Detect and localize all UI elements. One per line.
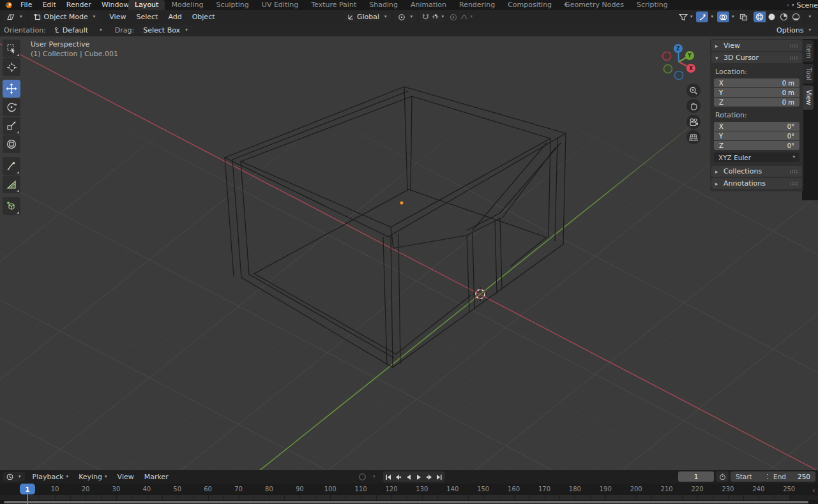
shading-wireframe-button[interactable]	[754, 11, 766, 22]
proportional-edit-icon[interactable]	[447, 11, 459, 22]
workspace-tab-animation[interactable]: Animation	[404, 0, 453, 10]
viewport-menu-select[interactable]: Select	[131, 10, 163, 24]
rotation-z-field[interactable]: Z0°	[714, 141, 799, 150]
tool-cursor[interactable]	[3, 58, 20, 76]
workspace-tab-modeling[interactable]: Modeling	[165, 0, 209, 10]
jump-to-start-button[interactable]	[383, 471, 393, 482]
timeline-menu-playback[interactable]: Playback▾	[27, 470, 74, 484]
auto-keying-toggle[interactable]	[356, 471, 368, 482]
current-frame-field[interactable]: 1	[678, 471, 714, 482]
ruler-frame-label: 160	[508, 485, 520, 493]
scene-selector[interactable]: ▾ Scene	[787, 0, 818, 10]
tool-annotate[interactable]	[3, 157, 20, 175]
tool-rotate[interactable]	[3, 98, 20, 116]
menu-file[interactable]: File	[15, 0, 37, 10]
rotation-y-field[interactable]: Y0°	[714, 131, 799, 140]
menu-edit[interactable]: Edit	[37, 0, 61, 10]
timeline-menu-marker[interactable]: Marker	[139, 470, 174, 484]
chevron-down-icon[interactable]: ▾	[373, 475, 375, 479]
panel-grip-icon[interactable]	[789, 44, 798, 48]
timeline-menu-keying[interactable]: Keying▾	[73, 470, 112, 484]
rotation-axis-label: Y	[719, 133, 723, 140]
tool-measure[interactable]	[3, 175, 20, 193]
play-button[interactable]	[414, 471, 424, 482]
axis-neg-y-ball[interactable]	[664, 65, 672, 73]
drag-setting-dropdown[interactable]: Select Box ▾	[139, 25, 191, 36]
panel-grip-icon[interactable]	[789, 182, 798, 186]
panel-annotations-header[interactable]: ▸ Annotations	[711, 178, 802, 189]
panel-collections-header[interactable]: ▸ Collections	[711, 166, 802, 177]
options-dropdown[interactable]: Options ▾	[773, 25, 815, 36]
viewport-menu-view[interactable]: View	[104, 10, 131, 24]
euler-mode-dropdown[interactable]: XYZ Euler ▾	[714, 152, 799, 162]
shading-material-button[interactable]	[778, 11, 790, 22]
overlays-toggle[interactable]: ▾	[717, 11, 734, 22]
workspace-tab-uv-editing[interactable]: UV Editing	[255, 0, 305, 10]
snap-toggle-magnet-icon[interactable]	[420, 11, 432, 22]
viewport-menu-object[interactable]: Object	[187, 10, 220, 24]
timeline-editor-type-button[interactable]: ▾	[3, 472, 25, 482]
visibility-filter-dropdown[interactable]: ▾	[679, 13, 693, 21]
workspace-tab-shading[interactable]: Shading	[363, 0, 404, 10]
tool-move[interactable]	[3, 80, 20, 98]
mode-dropdown[interactable]: Object Mode ▾	[30, 11, 100, 22]
play-reverse-button[interactable]	[404, 471, 414, 482]
menu-render[interactable]: Render	[61, 0, 96, 10]
orientation-setting-dropdown[interactable]: Default ▾	[50, 25, 106, 36]
tool-scale[interactable]	[3, 117, 20, 135]
add-workspace-button[interactable]: +	[559, 0, 573, 10]
rotation-x-field[interactable]: X0°	[714, 122, 799, 131]
tool-select-box[interactable]	[3, 40, 20, 57]
shading-rendered-button[interactable]	[790, 11, 802, 22]
workspace-tab-scripting[interactable]: Scripting	[630, 0, 674, 10]
camera-view-button[interactable]	[686, 115, 701, 129]
timeline-ruler[interactable]: 1 10203040506070809010011012013014015016…	[0, 484, 818, 495]
sidebar-tab-item[interactable]: Item	[803, 40, 814, 62]
tool-transform[interactable]	[3, 135, 20, 153]
workspace-tab-texture-paint[interactable]: Texture Paint	[305, 0, 363, 10]
location-y-field[interactable]: Y0 m	[714, 88, 799, 97]
timeline-scrollbar[interactable]	[4, 501, 808, 503]
pivot-point-dropdown[interactable]: ▾	[394, 11, 417, 22]
editor-type-button[interactable]: ▾	[3, 11, 26, 22]
location-x-field[interactable]: X0 m	[714, 78, 799, 87]
tool-add-cube[interactable]	[3, 197, 20, 215]
gizmos-toggle[interactable]: ▾	[696, 11, 713, 22]
snap-with-dropdown[interactable]: ▾	[432, 11, 444, 22]
workspace-tab-layout[interactable]: Layout	[128, 0, 165, 10]
timeline-menu-view[interactable]: View	[112, 470, 139, 484]
viewport-menu-add[interactable]: Add	[163, 10, 186, 24]
sidebar-tab-tool[interactable]: Tool	[803, 64, 814, 84]
prev-keyframe-button[interactable]	[393, 471, 404, 482]
location-z-field[interactable]: Z0 m	[714, 98, 799, 107]
blender-logo-icon[interactable]	[4, 1, 13, 9]
region-resize-chevron-icon[interactable]: ‹	[812, 486, 815, 494]
shading-solid-button[interactable]	[766, 11, 778, 22]
frame-end-field[interactable]: End 250	[768, 471, 815, 482]
jump-to-end-button[interactable]	[434, 471, 444, 482]
zoom-button[interactable]	[686, 84, 701, 98]
panel-view-header[interactable]: ▸ View	[711, 40, 802, 51]
workspace-tab-compositing[interactable]: Compositing	[501, 0, 558, 10]
navigation-gizmo[interactable]: Z Y X	[656, 38, 702, 84]
panel-cursor-header[interactable]: ▾ 3D Cursor	[711, 52, 802, 63]
timeline-track[interactable]	[0, 495, 818, 500]
pan-button[interactable]	[686, 99, 701, 113]
panel-grip-icon[interactable]	[789, 56, 798, 60]
playhead[interactable]: 1	[20, 484, 35, 494]
use-preview-range-toggle[interactable]	[716, 471, 729, 482]
ortho-toggle-button[interactable]	[686, 130, 701, 144]
workspace-tab-rendering[interactable]: Rendering	[453, 0, 501, 10]
sidebar-tab-view[interactable]: View	[803, 85, 814, 110]
axis-neg-x-ball[interactable]	[663, 52, 671, 61]
xray-toggle[interactable]	[738, 11, 750, 22]
orientation-dropdown[interactable]: Global ▾	[344, 11, 391, 22]
current-frame-value: 1	[694, 473, 699, 480]
ruler-frame-label: 170	[538, 485, 550, 493]
chevron-down-icon[interactable]: ▾	[808, 15, 811, 19]
next-keyframe-button[interactable]	[424, 471, 434, 482]
panel-grip-icon[interactable]	[789, 170, 798, 174]
axis-neg-z-ball[interactable]	[675, 71, 683, 80]
workspace-tab-sculpting[interactable]: Sculpting	[209, 0, 255, 10]
proportional-falloff-dropdown[interactable]: ▾	[460, 11, 473, 22]
